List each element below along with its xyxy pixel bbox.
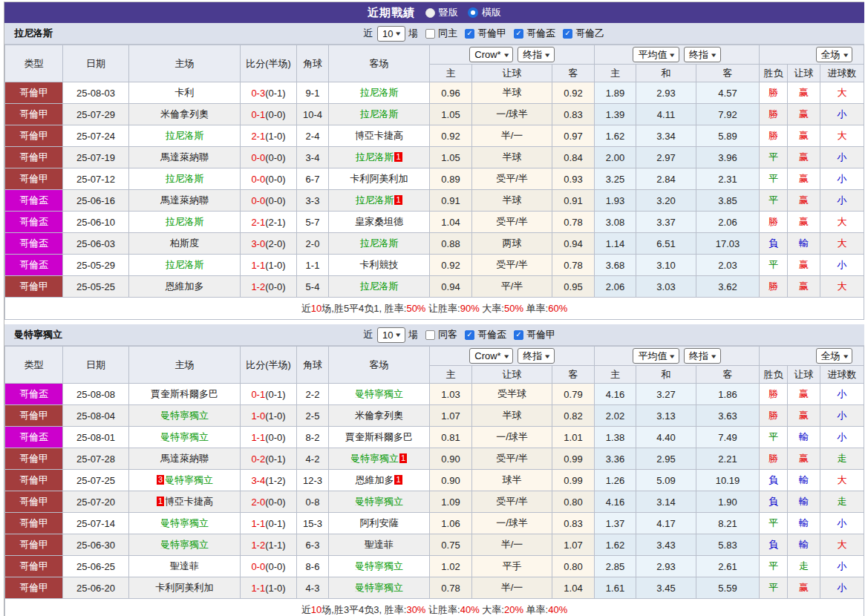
match-score: 1-1(1-0) <box>241 255 297 276</box>
crow-away-odds: 0.91 <box>552 190 595 212</box>
result-win-draw-loss: 負 <box>760 470 788 491</box>
games-count-select[interactable]: 10▾ <box>377 26 405 42</box>
column-header: 角球 <box>297 45 329 82</box>
final-index-select[interactable]: 终指▾ <box>518 47 555 62</box>
league-filter-checkbox[interactable] <box>465 29 474 39</box>
avg-draw-odds: 3.03 <box>636 276 696 298</box>
match-score: 1-2(1-1) <box>241 534 297 556</box>
average-select[interactable]: 平均值▾ <box>633 348 679 364</box>
league-filter-checkbox[interactable] <box>514 29 523 39</box>
final-index-select-2-value: 终指 <box>689 48 708 62</box>
match-row: 哥倫甲25-06-20卡利阿美利加1-1(1-0)4-3曼特寧獨立0.78半/一… <box>5 577 864 599</box>
same-venue-label[interactable]: 同客 <box>438 328 457 341</box>
home-team-name: 拉尼洛斯 <box>166 130 204 141</box>
crow-away-odds: 1.01 <box>552 427 595 448</box>
home-team-name: 拉尼洛斯 <box>166 216 204 227</box>
final-index-select-2[interactable]: 终指▾ <box>684 47 721 62</box>
home-team: 3曼特寧獨立 <box>129 470 241 491</box>
crow-away-odds: 0.92 <box>552 82 595 104</box>
halftime-score: (0-1) <box>265 518 285 529</box>
away-team: 曼特寧獨立 <box>329 491 430 513</box>
avg-home-odds: 3.68 <box>595 255 636 276</box>
same-venue-label[interactable]: 同主 <box>438 27 457 40</box>
away-team: 拉尼洛斯 <box>329 276 430 298</box>
crow-home-odds: 1.06 <box>430 513 472 534</box>
fulltime-score: 0-3 <box>251 88 265 99</box>
result-handicap: 輸 <box>788 534 820 556</box>
away-team-name: 卡利競技 <box>360 259 399 270</box>
average-select-value: 平均值 <box>638 350 667 363</box>
result-goals: 走 <box>820 491 864 513</box>
average-select[interactable]: 平均值▾ <box>633 47 679 62</box>
halftime-score: (1-2) <box>265 475 285 486</box>
halftime-score: (0-1) <box>265 389 285 400</box>
avg-home-odds: 1.38 <box>595 427 636 448</box>
corner-score: 6-3 <box>297 534 329 556</box>
away-team-name: 曼特寧獨立 <box>350 453 399 464</box>
league-badge: 哥倫甲 <box>5 448 63 470</box>
summary-row: 近10场,胜5平4负1, 胜率:50% 让胜率:90% 大率:50% 单率:60… <box>5 298 864 320</box>
chevron-down-icon: ▾ <box>396 331 401 338</box>
avg-draw-odds: 3.45 <box>636 577 696 599</box>
odds-group-selects: 全场▾ <box>760 348 863 364</box>
league-filter-checkbox[interactable] <box>514 330 523 340</box>
red-card-badge: 1 <box>394 475 402 485</box>
crow-home-odds: 1.07 <box>430 405 472 427</box>
result-win-draw-loss: 勝 <box>760 82 788 104</box>
crow-home-odds: 0.92 <box>430 125 472 147</box>
away-team-name: 曼特寧獨立 <box>355 388 403 399</box>
crow-handicap: 受平/半 <box>472 491 552 513</box>
final-index-select-2[interactable]: 终指▾ <box>684 348 721 364</box>
league-badge: 哥倫盃 <box>5 384 63 405</box>
fulltime-score: 0-2 <box>251 453 265 465</box>
match-scope-select[interactable]: 全场▾ <box>816 47 853 62</box>
vertical-layout-radio[interactable] <box>425 8 435 18</box>
league-filter-label[interactable]: 哥倫甲 <box>477 27 506 40</box>
crow-home-odds: 0.89 <box>430 168 472 190</box>
column-header: 让球 <box>472 366 552 384</box>
crow-home-odds: 0.75 <box>430 534 472 556</box>
match-date: 25-08-04 <box>63 405 129 427</box>
league-filter-checkbox[interactable] <box>563 29 572 39</box>
match-row: 哥倫甲25-07-24拉尼洛斯2-1(1-0)2-4博亞卡捷高0.92半/一0.… <box>5 125 864 147</box>
vertical-layout-label[interactable]: 豎版 <box>439 6 458 19</box>
same-venue-checkbox[interactable] <box>425 330 435 340</box>
horizontal-layout-label[interactable]: 橫版 <box>482 6 501 19</box>
crow-handicap: 受平/半 <box>472 168 552 190</box>
bookmaker-select[interactable]: Crow*▾ <box>469 47 513 62</box>
horizontal-layout-radio[interactable] <box>468 7 478 18</box>
match-score: 2-1(1-0) <box>241 125 297 147</box>
home-team: 米倫拿列奧 <box>129 104 241 125</box>
final-index-select-value: 终指 <box>523 48 542 62</box>
crow-home-odds: 0.96 <box>430 82 472 104</box>
league-filter-label[interactable]: 哥倫甲 <box>526 328 555 341</box>
recent-results-panel: 近期戰績 豎版 橫版 拉尼洛斯近10▾場同主哥倫甲哥倫盃哥倫乙类型日期主场比分(… <box>4 1 864 616</box>
away-team: 博亞卡捷高 <box>329 125 430 147</box>
crow-away-odds: 0.83 <box>552 104 595 125</box>
fulltime-score: 1-2 <box>251 540 265 551</box>
fulltime-score: 1-1 <box>251 432 265 443</box>
same-venue-checkbox[interactable] <box>425 29 435 39</box>
crow-away-odds: 0.80 <box>552 491 595 513</box>
odds-group-header: 全场▾ <box>760 45 864 65</box>
crow-home-odds: 0.90 <box>430 470 472 491</box>
match-row: 哥倫甲25-05-25恩維加多1-2(0-0)5-4拉尼洛斯0.94平/半0.9… <box>5 276 864 298</box>
crow-home-odds: 0.94 <box>430 276 472 298</box>
league-filter-label[interactable]: 哥倫盃 <box>526 27 555 40</box>
match-scope-select[interactable]: 全场▾ <box>816 348 853 364</box>
games-count-select[interactable]: 10▾ <box>377 327 405 343</box>
odds-group-header: Crow*▾终指▾ <box>430 347 595 366</box>
summary-segment: 大率: <box>480 303 504 314</box>
final-index-select[interactable]: 终指▾ <box>518 348 555 364</box>
avg-away-odds: 8.21 <box>696 513 760 534</box>
league-filter-checkbox[interactable] <box>465 330 474 340</box>
match-date: 25-06-16 <box>63 190 129 212</box>
bookmaker-select[interactable]: Crow*▾ <box>469 348 513 364</box>
crow-away-odds: 0.94 <box>552 233 595 255</box>
match-row: 哥倫甲25-07-201博亞卡捷高2-0(0-0)0-8曼特寧獨立1.09受平/… <box>5 491 864 513</box>
match-row: 哥倫甲25-07-29米倫拿列奧0-1(0-0)10-4拉尼洛斯1.05一/球半… <box>5 104 864 125</box>
league-filter-label[interactable]: 哥倫乙 <box>575 27 604 40</box>
halftime-score: (1-0) <box>265 131 285 142</box>
crow-handicap: 半球 <box>472 82 552 104</box>
league-filter-label[interactable]: 哥倫盃 <box>477 328 506 341</box>
